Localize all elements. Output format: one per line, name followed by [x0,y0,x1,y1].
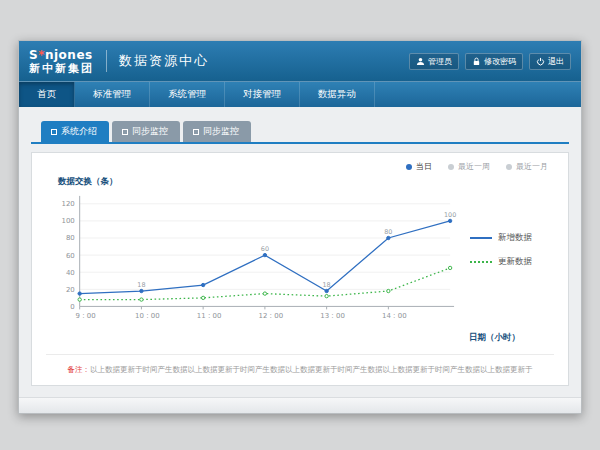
legend-item-new-data[interactable]: 新增数据 [470,232,554,244]
admin-button-label: 管理员 [428,56,452,67]
nav-item-standard-management[interactable]: 标准管理 [75,82,150,107]
svg-text:40: 40 [66,269,75,277]
svg-text:9：00: 9：00 [76,312,96,320]
lock-icon [472,57,481,66]
user-icon [416,57,425,66]
brand-prefix: S [29,48,38,62]
tab-system-intro[interactable]: 系统介绍 [41,121,109,142]
chart-panel: 当日 最近一周 最近一月 数据交换（条） 0204060801001209：00… [31,152,569,386]
svg-text:10：00: 10：00 [135,312,160,320]
power-icon [536,57,545,66]
tab-active-underline [31,142,569,144]
svg-text:60: 60 [66,252,75,260]
logout-button[interactable]: 退出 [529,53,571,70]
svg-text:18: 18 [137,281,145,289]
x-axis-title: 日期（小时） [46,332,554,344]
main-nav: 首页 标准管理 系统管理 对接管理 数据异动 [19,81,581,107]
change-password-label: 修改密码 [484,56,516,67]
range-label: 当日 [416,161,432,172]
tab-sync-monitor-1[interactable]: 同步监控 [112,121,180,142]
tab-icon [122,129,128,135]
svg-text:13：00: 13：00 [320,312,345,320]
range-option-last-week[interactable]: 最近一周 [448,161,490,172]
svg-text:12：00: 12：00 [259,312,284,320]
chart-row: 0204060801001209：0010：0011：0012：0013：001… [46,188,554,338]
range-legend: 当日 最近一周 最近一月 [46,161,554,172]
logo-star-icon: * [38,48,45,62]
brand-logo: S*njones 新中新集团 [29,49,94,74]
content-area: 系统介绍 同步监控 同步监控 当日 最近一周 [19,107,581,397]
line-chart: 0204060801001209：0010：0011：0012：0013：001… [46,188,462,338]
top-bar: S*njones 新中新集团 数据资源中心 管理员 修改密码 [19,41,581,81]
brand-name: S*njones [29,49,94,61]
dot-icon [506,164,512,170]
change-password-button[interactable]: 修改密码 [465,53,523,70]
tab-label: 系统介绍 [61,125,97,138]
window-footer [19,397,581,413]
svg-text:18: 18 [323,281,331,289]
footnote-text: 以上数据更新于时间产生数据以上数据更新于时间产生数据以上数据更新于时间产生数据以… [90,365,533,374]
svg-text:100: 100 [444,211,456,219]
svg-text:14：00: 14：00 [382,312,407,320]
logout-label: 退出 [548,56,564,67]
svg-text:60: 60 [261,245,269,253]
solid-line-icon [470,237,492,239]
chart-area: 0204060801001209：0010：0011：0012：0013：001… [46,188,462,338]
nav-item-connection-management[interactable]: 对接管理 [225,82,300,107]
tab-icon [193,129,199,135]
tab-sync-monitor-2[interactable]: 同步监控 [183,121,251,142]
tab-label: 同步监控 [132,125,168,138]
range-option-last-month[interactable]: 最近一月 [506,161,548,172]
tab-label: 同步监控 [203,125,239,138]
svg-text:0: 0 [70,303,74,311]
dot-icon [406,164,412,170]
brand-suffix: njones [45,48,93,62]
footnote: 备注：以上数据更新于时间产生数据以上数据更新于时间产生数据以上数据更新于时间产生… [46,354,554,375]
legend-label: 更新数据 [498,256,532,268]
nav-item-system-management[interactable]: 系统管理 [150,82,225,107]
brand-sub-name: 新中新集团 [29,63,94,74]
svg-text:11：00: 11：00 [197,312,222,320]
svg-text:80: 80 [384,228,392,236]
series-legend: 新增数据 更新数据 [462,232,554,294]
range-option-today[interactable]: 当日 [406,161,432,172]
header-actions: 管理员 修改密码 退出 [409,53,571,70]
svg-text:120: 120 [62,200,75,208]
dotted-line-icon [470,261,492,263]
svg-text:20: 20 [66,286,75,294]
tab-icon [51,129,57,135]
header-divider [106,50,107,72]
y-axis-title: 数据交换（条） [58,176,554,188]
app-window: S*njones 新中新集团 数据资源中心 管理员 修改密码 [18,40,582,414]
dot-icon [448,164,454,170]
page-title: 数据资源中心 [119,52,209,70]
nav-item-data-change[interactable]: 数据异动 [300,82,375,107]
svg-text:80: 80 [66,234,75,242]
range-label: 最近一周 [458,161,490,172]
footnote-prefix: 备注： [68,365,91,374]
tab-strip: 系统介绍 同步监控 同步监控 [31,121,569,142]
legend-label: 新增数据 [498,232,532,244]
nav-item-home[interactable]: 首页 [19,82,75,107]
legend-item-updated-data[interactable]: 更新数据 [470,256,554,268]
range-label: 最近一月 [516,161,548,172]
svg-text:100: 100 [62,217,75,225]
admin-button[interactable]: 管理员 [409,53,459,70]
